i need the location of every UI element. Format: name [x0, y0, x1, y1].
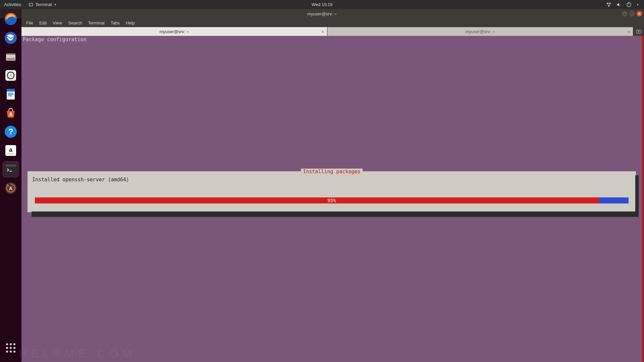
- terminal-tab-2[interactable]: myuser@srv: ~ ×: [327, 27, 633, 36]
- svg-rect-19: [8, 93, 13, 94]
- dock-updater-icon[interactable]: A: [3, 180, 19, 196]
- dock-thunderbird-icon[interactable]: [3, 30, 19, 46]
- terminal-tab-1[interactable]: myuser@srv: ~ ×: [21, 27, 327, 36]
- tab-close-icon[interactable]: ×: [321, 29, 324, 35]
- window-titlebar: myuser@srv: ~: [0, 9, 644, 18]
- app-menu-label: Terminal: [35, 2, 52, 7]
- minimize-button[interactable]: [622, 11, 627, 16]
- terminal-body[interactable]: Package configuration Installing package…: [21, 36, 644, 362]
- dock-help-icon[interactable]: ?: [3, 124, 19, 140]
- dock-firefox-icon[interactable]: [3, 11, 19, 27]
- svg-text:A: A: [9, 112, 13, 117]
- chevron-down-icon[interactable]: ▼: [636, 3, 639, 6]
- app-menu[interactable]: Terminal ▼: [25, 2, 60, 7]
- dock: A ? a A: [0, 9, 21, 362]
- svg-text:a: a: [9, 146, 13, 153]
- svg-rect-7: [624, 14, 626, 15]
- dialog-shadow: [635, 175, 639, 217]
- svg-rect-1: [30, 3, 33, 6]
- menu-terminal[interactable]: Terminal: [86, 19, 107, 26]
- maximize-button[interactable]: [629, 11, 635, 16]
- clock[interactable]: Wed 15:19: [312, 2, 333, 7]
- svg-rect-29: [9, 171, 12, 172]
- window-controls: [622, 11, 642, 16]
- terminal-icon: [29, 2, 33, 7]
- menu-tabs[interactable]: Tabs: [108, 19, 122, 26]
- volume-icon[interactable]: [616, 2, 622, 7]
- dock-amazon-icon[interactable]: a: [3, 142, 19, 159]
- tab-bar: myuser@srv: ~ × myuser@srv: ~ ×: [21, 27, 644, 36]
- close-button[interactable]: [637, 11, 642, 16]
- install-dialog: Installing packages Installed openssh-se…: [28, 171, 636, 212]
- system-tray: ▼: [606, 2, 644, 7]
- install-status-line: Installed openssh-server (amd64): [32, 177, 631, 183]
- new-tab-icon: [636, 29, 641, 34]
- window-title: myuser@srv: ~: [307, 11, 337, 16]
- network-icon[interactable]: [606, 2, 611, 7]
- progress-fill: [35, 197, 599, 203]
- dialog-title: Installing packages: [301, 169, 363, 175]
- dialog-shadow: [32, 212, 639, 217]
- show-applications-button[interactable]: [3, 340, 19, 356]
- top-panel: Activities Terminal ▼ Wed 15:19 ▼: [0, 0, 644, 9]
- svg-rect-21: [8, 96, 12, 96]
- new-tab-button[interactable]: [633, 27, 644, 36]
- tab-label: myuser@srv: ~: [466, 29, 495, 34]
- svg-text:A: A: [9, 186, 12, 191]
- menu-search[interactable]: Search: [65, 19, 85, 26]
- svg-rect-6: [629, 3, 629, 4]
- package-config-header: Package configuration: [23, 37, 87, 43]
- power-icon[interactable]: [626, 2, 632, 7]
- dock-files-icon[interactable]: [3, 49, 19, 65]
- menubar: File Edit View Search Terminal Tabs Help: [21, 18, 644, 27]
- svg-rect-18: [7, 89, 15, 92]
- svg-text:?: ?: [8, 127, 13, 136]
- progress-percent-label: 95%: [327, 198, 336, 203]
- svg-rect-34: [638, 32, 639, 32]
- svg-rect-20: [8, 94, 13, 95]
- dock-software-icon[interactable]: A: [3, 105, 19, 121]
- svg-rect-8: [631, 13, 633, 15]
- tab-close-icon[interactable]: ×: [627, 29, 630, 35]
- dock-rhythmbox-icon[interactable]: [3, 67, 19, 83]
- chevron-down-icon: ▼: [54, 3, 57, 6]
- menu-file[interactable]: File: [23, 19, 36, 26]
- menu-help[interactable]: Help: [123, 19, 138, 26]
- tab-label: myuser@srv: ~: [160, 29, 189, 34]
- activities-button[interactable]: Activities: [0, 2, 25, 7]
- svg-rect-13: [7, 58, 15, 60]
- terminal-window: File Edit View Search Terminal Tabs Help…: [21, 18, 644, 362]
- menu-edit[interactable]: Edit: [37, 19, 49, 26]
- svg-rect-28: [5, 165, 16, 167]
- svg-point-16: [10, 74, 12, 76]
- dock-terminal-icon[interactable]: [3, 161, 19, 177]
- dock-writer-icon[interactable]: [3, 86, 19, 102]
- progress-bar: 95%: [35, 197, 629, 203]
- menu-view[interactable]: View: [50, 19, 65, 26]
